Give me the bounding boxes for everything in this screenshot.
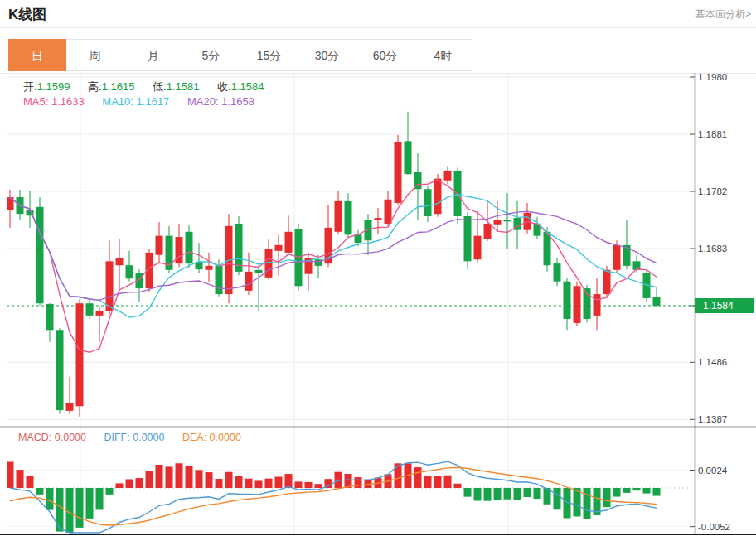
macd-legend: MACD: 0.0000 DIFF: 0.0000 DEA: 0.0000 (18, 432, 256, 443)
ma5-legend: MA5: 1.1633 (23, 95, 85, 108)
macd-layer (7, 461, 661, 533)
axis-tick-label: -0.0052 (698, 522, 730, 532)
axis-tick-label: 1.1683 (698, 244, 727, 254)
ma-legend: MA5: 1.1633 MA10: 1.1617 MA20: 1.1658 (23, 95, 269, 108)
current-price-badge: 1.1584 (695, 298, 754, 313)
axis-tick-label: 1.1881 (698, 129, 727, 139)
open-value: 1.1599 (37, 80, 70, 93)
ma10-legend: MA10: 1.1617 (102, 95, 169, 108)
high-value: 1.1615 (102, 80, 135, 93)
diff-value: DIFF: 0.0000 (104, 432, 164, 443)
candles-layer (7, 112, 661, 417)
close-label: 收: (217, 80, 231, 93)
close-value: 1.1584 (231, 80, 264, 93)
macd-value: MACD: 0.0000 (18, 432, 86, 443)
axis-tick-label: 1.1782 (698, 186, 727, 196)
ohlc-legend: 开:1.1599 高:1.1615 低:1.1581 收:1.1584 (23, 80, 279, 94)
high-label: 高: (88, 80, 102, 93)
low-value: 1.1581 (167, 80, 200, 93)
kline-widget: K线图 基本面分析> 日 周 月 5分 15分 30分 60分 4时 开:1.1… (0, 0, 756, 536)
axis-tick-label: 1.1486 (698, 357, 727, 367)
dea-value: DEA: 0.0000 (182, 432, 241, 443)
axis-tick-label: 1.1980 (698, 72, 727, 82)
axis-tick-label: 1.1387 (698, 414, 727, 424)
open-label: 开: (23, 80, 37, 93)
ma20-legend: MA20: 1.1658 (187, 95, 254, 108)
axis-tick-label: 0.0024 (698, 466, 727, 476)
low-label: 低: (153, 80, 167, 93)
